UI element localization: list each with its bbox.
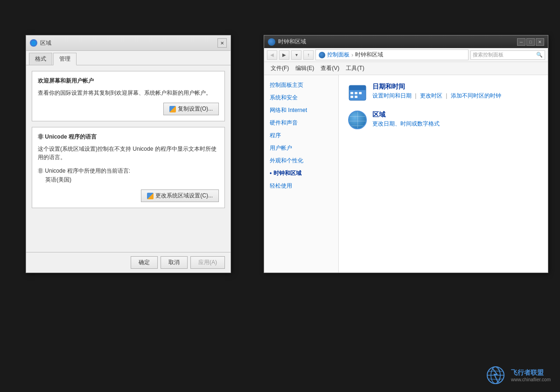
watermark-url: www.chinaflier.com xyxy=(511,377,551,382)
back-button[interactable]: ◀ xyxy=(267,50,277,60)
search-placeholder: 搜索控制面板 xyxy=(473,51,504,58)
minimize-button[interactable]: ─ xyxy=(517,38,525,46)
dialog-titlebar: 🌐 区域 ✕ xyxy=(26,35,231,51)
watermark-text-area: 飞行者联盟 www.chinaflier.com xyxy=(511,369,551,382)
dialog-tabs: 格式 管理 xyxy=(26,51,231,65)
watermark: 飞行者联盟 www.chinaflier.com xyxy=(484,366,551,385)
datetime-links: 设置时间和日期 | 更改时区 | 添加不同时区的时钟 xyxy=(372,92,501,100)
current-lang-label: 非 Unicode 程序中所使用的当前语言: xyxy=(38,167,219,175)
svg-rect-7 xyxy=(355,96,357,98)
breadcrumb-current: 时钟和区域 xyxy=(355,51,383,59)
sidebar-item-hardware[interactable]: 硬件和声音 xyxy=(264,117,338,129)
calendar-svg xyxy=(348,83,367,101)
dialog-footer: 确定 取消 应用(A) xyxy=(26,252,231,273)
current-lang-value: 英语(美国) xyxy=(45,176,219,184)
search-bar[interactable]: 搜索控制面板 🔍 xyxy=(470,50,545,60)
unicode-section: 非 Unicode 程序的语言 这个设置(系统区域设置)控制在不支持 Unico… xyxy=(32,127,225,208)
svg-rect-6 xyxy=(350,96,353,98)
search-icon: 🔍 xyxy=(536,52,543,58)
watermark-logo xyxy=(484,366,507,385)
sep2: | xyxy=(446,92,447,99)
shield-icon xyxy=(169,106,176,112)
menu-edit[interactable]: 编辑(E) xyxy=(293,63,317,74)
maximize-button[interactable]: □ xyxy=(526,38,535,46)
region-icon xyxy=(348,111,367,129)
breadcrumb-sep: › xyxy=(351,52,353,58)
sidebar-item-programs[interactable]: 程序 xyxy=(264,129,338,142)
dialog-close-button[interactable]: ✕ xyxy=(217,38,227,48)
datetime-title[interactable]: 日期和时间 xyxy=(372,83,501,91)
recent-button[interactable]: ▾ xyxy=(291,50,301,60)
logo-svg xyxy=(484,366,507,385)
cp-app-icon xyxy=(268,38,275,46)
dialog-title: 区域 xyxy=(40,39,51,47)
region-desc[interactable]: 更改日期、时间或数字格式 xyxy=(372,120,440,128)
cp-item-region: 区域 更改日期、时间或数字格式 xyxy=(348,111,539,129)
up-button[interactable]: ↑ xyxy=(303,50,314,60)
region-title[interactable]: 区域 xyxy=(372,111,440,119)
ok-button[interactable]: 确定 xyxy=(131,256,158,269)
dialog-empty-space xyxy=(32,214,225,246)
datetime-icon xyxy=(348,83,367,101)
cp-menubar: 文件(F) 编辑(E) 查看(V) 工具(T) xyxy=(264,62,548,75)
cp-sidebar: 控制面板主页 系统和安全 网络和 Internet 硬件和声音 程序 用户帐户 … xyxy=(264,75,339,273)
cp-item-datetime: 日期和时间 设置时间和日期 | 更改时区 | 添加不同时区的时钟 xyxy=(348,83,539,101)
svg-rect-3 xyxy=(350,92,353,94)
svg-rect-2 xyxy=(349,89,366,90)
cp-title-area: 时钟和区域 xyxy=(268,38,306,46)
forward-button[interactable]: ▶ xyxy=(279,50,289,60)
cp-close-button[interactable]: ✕ xyxy=(536,38,544,46)
copy-settings-button[interactable]: 复制设置(O)... xyxy=(163,103,219,115)
unicode-section-desc: 这个设置(系统区域设置)控制在不支持 Unicode 的程序中显示文本时所使用的… xyxy=(38,145,219,161)
link-add-timezone[interactable]: 添加不同时区的时钟 xyxy=(451,92,501,99)
globe-svg xyxy=(348,111,367,129)
breadcrumb-icon xyxy=(319,52,325,58)
welcome-section: 欢迎屏幕和新用户帐户 查看你的国际设置并将其复制到欢迎屏幕、系统帐户和新的用户帐… xyxy=(32,71,225,121)
dialog-app-icon: 🌐 xyxy=(30,39,37,47)
sidebar-item-system-security[interactable]: 系统和安全 xyxy=(264,91,338,104)
sidebar-item-home[interactable]: 控制面板主页 xyxy=(264,79,338,91)
watermark-brand: 飞行者联盟 xyxy=(511,369,544,376)
dialog-title-area: 🌐 区域 xyxy=(30,39,51,47)
svg-rect-4 xyxy=(355,92,357,94)
cp-title: 时钟和区域 xyxy=(278,38,306,46)
cp-main: 日期和时间 设置时间和日期 | 更改时区 | 添加不同时区的时钟 xyxy=(339,75,548,273)
region-dialog: 🌐 区域 ✕ 格式 管理 欢迎屏幕和新用户帐户 查看你的国际设置并将其复制到欢迎… xyxy=(26,35,231,273)
sidebar-item-ease[interactable]: 轻松使用 xyxy=(264,180,338,192)
sidebar-item-appearance[interactable]: 外观和个性化 xyxy=(264,154,338,167)
apply-button[interactable]: 应用(A) xyxy=(190,256,225,269)
sep1: | xyxy=(415,92,416,99)
tab-manage[interactable]: 管理 xyxy=(53,53,77,65)
welcome-section-title: 欢迎屏幕和新用户帐户 xyxy=(38,77,219,85)
welcome-section-desc: 查看你的国际设置并将其复制到欢迎屏幕、系统帐户和新的用户帐户。 xyxy=(38,89,219,97)
sidebar-item-user[interactable]: 用户帐户 xyxy=(264,142,338,154)
menu-tools[interactable]: 工具(T) xyxy=(343,63,367,74)
cp-navbar: ◀ ▶ ▾ ↑ 控制面板 › 时钟和区域 搜索控制面板 🔍 xyxy=(264,48,548,62)
sidebar-item-clock[interactable]: 时钟和区域 xyxy=(264,167,338,180)
sidebar-item-network[interactable]: 网络和 Internet xyxy=(264,104,338,117)
cancel-button[interactable]: 取消 xyxy=(161,256,188,269)
cp-body: 控制面板主页 系统和安全 网络和 Internet 硬件和声音 程序 用户帐户 … xyxy=(264,75,548,273)
datetime-content: 日期和时间 设置时间和日期 | 更改时区 | 添加不同时区的时钟 xyxy=(372,83,501,100)
link-set-time[interactable]: 设置时间和日期 xyxy=(372,92,412,99)
menu-file[interactable]: 文件(F) xyxy=(268,63,292,74)
control-panel: 时钟和区域 ─ □ ✕ ◀ ▶ ▾ ↑ 控制面板 › 时钟和区域 搜索控制面板 … xyxy=(264,35,548,273)
tab-format[interactable]: 格式 xyxy=(29,53,52,65)
menu-view[interactable]: 查看(V) xyxy=(318,63,342,74)
region-content: 区域 更改日期、时间或数字格式 xyxy=(372,111,440,128)
breadcrumb-home[interactable]: 控制面板 xyxy=(327,51,350,59)
change-locale-button[interactable]: 更改系统区域设置(C)... xyxy=(141,189,219,202)
cp-titlebar: 时钟和区域 ─ □ ✕ xyxy=(264,35,548,48)
dialog-content: 欢迎屏幕和新用户帐户 查看你的国际设置并将其复制到欢迎屏幕、系统帐户和新的用户帐… xyxy=(26,65,231,252)
svg-rect-5 xyxy=(359,92,362,94)
link-change-timezone[interactable]: 更改时区 xyxy=(420,92,442,99)
unicode-section-title: 非 Unicode 程序的语言 xyxy=(38,133,219,141)
breadcrumb-bar: 控制面板 › 时钟和区域 xyxy=(315,49,469,60)
shield-icon-2 xyxy=(147,193,154,199)
